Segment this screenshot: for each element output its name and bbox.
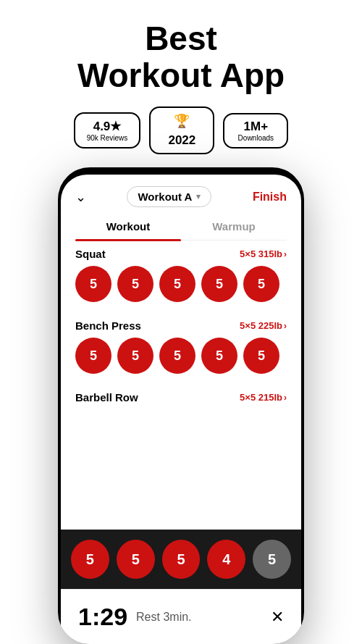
phone-screen: ⌄ Workout A ▾ Finish Workout Warmup <box>61 175 301 644</box>
squat-set-3[interactable]: 5 <box>159 266 195 302</box>
bottom-set-4[interactable]: 4 <box>207 540 245 579</box>
exercise-bench: Bench Press 5×5 225lb › 5 5 5 5 5 <box>61 312 301 384</box>
bench-circles: 5 5 5 5 5 <box>75 338 287 381</box>
exercise-squat: Squat 5×5 315lb › 5 5 5 5 5 <box>61 241 301 312</box>
finish-button[interactable]: Finish <box>253 191 287 204</box>
workout-selector[interactable]: Workout A ▾ <box>127 186 211 207</box>
rating-sub: 90k Reviews <box>87 134 128 142</box>
title-line1: Best <box>145 20 217 57</box>
tab-workout[interactable]: Workout <box>75 213 181 240</box>
rest-countdown: 1:29 <box>78 603 127 631</box>
rest-label: Rest 3min. <box>136 611 191 624</box>
tabs-bar: Workout Warmup <box>75 213 287 241</box>
badges-row: 4.9★ 90k Reviews 🏆 2022 1M+ Downloads <box>74 106 289 154</box>
header: Best Workout App <box>0 0 362 106</box>
bench-set-1[interactable]: 5 <box>75 338 111 374</box>
phone-mockup: ⌄ Workout A ▾ Finish Workout Warmup <box>58 167 304 644</box>
squat-set-5[interactable]: 5 <box>243 266 279 302</box>
downloads-value: 1M+ <box>244 120 269 134</box>
phone-frame: ⌄ Workout A ▾ Finish Workout Warmup <box>58 167 304 644</box>
rest-timer: 1:29 Rest 3min. ✕ <box>61 589 301 644</box>
bench-set-3[interactable]: 5 <box>159 338 195 374</box>
headline: Best Workout App <box>14 20 348 93</box>
chevron-down-icon[interactable]: ⌄ <box>75 189 86 205</box>
chevron-right-icon-2: › <box>284 321 287 331</box>
rating-badge: 4.9★ 90k Reviews <box>74 112 141 149</box>
squat-set-2[interactable]: 5 <box>117 266 153 302</box>
bottom-bar: 5 5 5 4 5 <box>61 530 301 589</box>
squat-set-4[interactable]: 5 <box>201 266 237 302</box>
bottom-set-3[interactable]: 5 <box>162 540 201 579</box>
tab-warmup[interactable]: Warmup <box>181 213 287 240</box>
rest-time-section: 1:29 Rest 3min. <box>78 603 192 631</box>
title-line2: Workout App <box>77 57 285 94</box>
squat-set-1[interactable]: 5 <box>75 266 111 302</box>
downloads-badge: 1M+ Downloads <box>223 113 288 149</box>
bench-set-2[interactable]: 5 <box>117 338 153 374</box>
bottom-set-2[interactable]: 5 <box>117 540 155 579</box>
exercise-list: Squat 5×5 315lb › 5 5 5 5 5 <box>61 241 301 530</box>
exercise-sets-bench[interactable]: 5×5 225lb › <box>240 320 287 331</box>
exercise-name-bench: Bench Press <box>75 319 141 332</box>
exercise-name-barbell: Barbell Row <box>75 391 138 403</box>
squat-circles: 5 5 5 5 5 <box>75 266 287 309</box>
award-badge: 🏆 2022 <box>149 106 214 154</box>
award-year: 2022 <box>168 133 195 148</box>
rating-value: 4.9★ <box>93 119 122 134</box>
exercise-name-squat: Squat <box>75 248 106 260</box>
exercise-sets-barbell[interactable]: 5×5 215lb › <box>240 392 287 403</box>
chevron-right-icon-3: › <box>284 393 287 403</box>
chevron-right-icon: › <box>284 249 287 259</box>
app-header: ⌄ Workout A ▾ Finish <box>61 175 301 213</box>
downloads-sub: Downloads <box>238 134 274 142</box>
selector-arrow-icon: ▾ <box>196 192 201 201</box>
bottom-set-5[interactable]: 5 <box>253 540 291 579</box>
bottom-set-1[interactable]: 5 <box>71 540 109 579</box>
trophy-icon: 🏆 <box>174 113 190 129</box>
exercise-barbell-row: Barbell Row 5×5 215lb › <box>61 384 301 412</box>
workout-name: Workout A <box>138 191 192 203</box>
bench-set-4[interactable]: 5 <box>201 338 237 374</box>
bench-set-5[interactable]: 5 <box>243 338 279 374</box>
exercise-sets-squat[interactable]: 5×5 315lb › <box>240 248 287 259</box>
close-timer-icon[interactable]: ✕ <box>271 608 284 627</box>
